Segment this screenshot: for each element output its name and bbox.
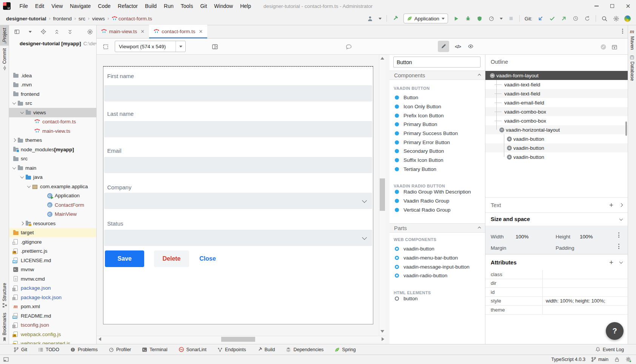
tool-window-button-dependencies[interactable]: Dependencies [286,347,323,352]
coverage-icon[interactable] [476,15,483,22]
locate-file-icon[interactable] [40,28,47,35]
project-tree-item[interactable]: .idea [9,71,96,80]
panel-toggle-icon[interactable] [3,356,9,362]
tool-stripe-button-database[interactable]: Database [628,52,636,83]
project-root[interactable]: designer-tutorial [myapp] C:\dev\ [9,38,96,49]
attribute-row-dir[interactable]: dir [485,279,628,288]
lock-icon[interactable] [614,357,620,362]
project-tree-item[interactable]: src [9,154,96,164]
canvas-vertical-scroll-thumb[interactable] [380,178,385,211]
split-layout-icon[interactable] [211,43,219,51]
tool-window-button-endpoints[interactable]: Endpoints [217,347,246,352]
palette-item[interactable]: Suffix Icon Button [390,156,485,165]
menu-edit[interactable]: Edit [32,3,48,9]
tool-window-button-terminal[interactable]: Terminal [142,347,167,352]
palette-item[interactable]: Button [390,93,485,102]
outline-scroll-thumb[interactable] [625,121,627,136]
project-tree-item[interactable]: .mvn [9,80,96,90]
project-tree-item[interactable]: com.example.applica [9,182,96,191]
tool-stripe-button-maven[interactable]: mMaven [628,25,636,52]
attribute-value[interactable] [542,288,628,296]
text-field-input[interactable] [104,121,372,137]
attribute-row-class[interactable]: class [485,270,628,279]
palette-item[interactable]: Primary Button [390,120,485,129]
viewport-select[interactable]: Viewport (574 x 549) [115,41,186,52]
palette-item[interactable]: Primary Success Button [390,129,485,138]
outline-row[interactable]: +vaadin-button [485,143,628,152]
project-tree-item[interactable]: JSwebpack.generated.js [9,339,96,344]
preview-mode-button[interactable] [465,41,476,52]
attributes-section-header[interactable]: Attributes + [485,254,628,270]
dropdown-caret-icon[interactable] [27,28,34,35]
palette-item[interactable]: Icon Only Button [390,102,485,111]
combo-chevron-down-icon[interactable] [362,235,367,240]
user-icon[interactable] [367,15,374,22]
menu-git[interactable]: Git [197,3,211,9]
palette-item[interactable]: vaadin-button [390,244,485,253]
palette-item[interactable]: Radio Group With Description [390,187,485,197]
menu-run[interactable]: Run [160,3,177,9]
attribute-value[interactable] [542,270,628,279]
tool-window-button-sonarlint[interactable]: SonarLint [179,347,207,352]
palette-item[interactable]: Prefix Icon Button [390,111,485,120]
run-icon[interactable] [453,15,460,22]
size-section-header[interactable]: Size and space [485,212,628,226]
collapse-node-icon[interactable]: − [499,127,504,132]
search-icon[interactable] [601,15,608,22]
stop-icon[interactable] [508,15,514,22]
breadcrumb-item[interactable]: contact-form.ts [112,16,152,22]
canvas-horizontal-scroll-thumb[interactable] [221,337,255,342]
palette-item[interactable]: Secondary Button [390,147,485,156]
panel-options-icon[interactable] [14,28,20,35]
menu-file[interactable]: File [16,3,32,9]
settings-gear-icon[interactable] [613,15,619,22]
attribute-row-id[interactable]: id [485,288,628,297]
tool-window-button-problems[interactable]: Problems [70,347,98,352]
tool-window-button-build[interactable]: Build [257,347,275,352]
attribute-row-theme[interactable]: theme [485,306,628,315]
tool-stripe-button-project[interactable]: Project [0,25,9,46]
delete-button[interactable]: Delete [154,250,189,267]
palette-item[interactable]: button [390,294,485,303]
add-text-icon[interactable]: + [609,203,613,208]
run-configuration-select[interactable]: Application [403,14,448,23]
menu-build[interactable]: Build [141,3,160,9]
tool-window-button-git[interactable]: Git [14,347,27,352]
gear-notification-icon[interactable] [625,356,631,362]
scroll-right-icon[interactable] [382,337,384,341]
project-tree-item[interactable]: CApplication [9,191,96,201]
collapse-icon[interactable] [619,217,623,221]
close-button[interactable]: ✕ [620,0,636,12]
minimize-button[interactable] [588,0,604,12]
project-tree-item[interactable]: java [9,173,96,182]
palette-item[interactable]: vaadin-menu-bar-button [390,253,485,263]
collapse-all-icon[interactable] [53,28,60,35]
debug-icon[interactable] [465,15,471,22]
palette-search-input[interactable] [393,57,480,68]
combo-box-input[interactable] [104,193,372,209]
project-tree-item[interactable]: mpom.xml [9,302,96,312]
tree-chevron-down-icon[interactable] [11,165,17,171]
expand-node-icon[interactable]: + [507,146,512,151]
wrench-icon[interactable] [392,15,399,22]
project-tree-item[interactable]: mvnw.cmd [9,274,96,284]
project-tree-item[interactable]: >_mvnw [9,265,96,275]
tool-window-button-todo[interactable]: TODO [38,347,59,352]
open-in-window-icon[interactable] [611,43,618,51]
tab-close-icon[interactable]: ✕ [199,29,203,34]
expand-node-icon[interactable]: + [507,137,512,141]
project-tree-item[interactable]: CContactForm [9,200,96,210]
tree-chevron-down-icon[interactable] [19,109,25,115]
attribute-value[interactable] [542,279,628,288]
expand-node-icon[interactable]: + [507,155,512,160]
project-tree-item[interactable]: resources [9,219,96,228]
project-tree-item[interactable]: { }tsconfig.json [9,321,96,330]
project-tree-item[interactable]: MDREADME.md [9,311,96,321]
breadcrumb-item[interactable]: designer-tutorial [6,16,46,22]
margin-options-kebab-icon[interactable] [618,244,619,249]
tab-close-icon[interactable]: ✕ [140,29,145,34]
breadcrumb-item[interactable]: src [79,16,85,22]
combo-chevron-down-icon[interactable] [362,198,367,203]
palette-item[interactable]: Tertiary Button [390,165,485,174]
project-tree-item[interactable]: src [9,99,96,108]
